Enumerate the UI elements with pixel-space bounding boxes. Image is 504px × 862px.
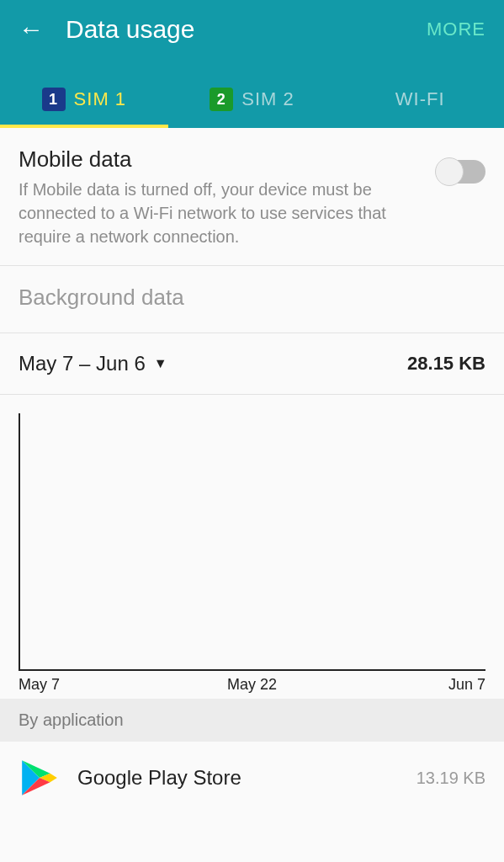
chart-x-label-start: May 7 <box>19 676 174 694</box>
play-store-icon <box>19 757 61 799</box>
tab-sim2[interactable]: 2 SIM 2 <box>168 79 337 128</box>
tab-sim2-label: SIM 2 <box>241 88 294 110</box>
period-range-label: May 7 – Jun 6 <box>19 352 146 375</box>
mobile-data-subtitle: If Mobile data is turned off, your devic… <box>19 178 423 248</box>
mobile-data-row[interactable]: Mobile data If Mobile data is turned off… <box>0 128 504 266</box>
chevron-down-icon: ▼ <box>154 356 167 371</box>
chart-x-label-end: Jun 7 <box>330 676 485 694</box>
background-data-title: Background data <box>19 285 485 311</box>
back-icon[interactable]: ← <box>19 17 44 42</box>
app-row-play-store[interactable]: Google Play Store 13.19 KB <box>0 742 504 814</box>
chart-x-label-mid: May 22 <box>174 676 330 694</box>
page-title: Data usage <box>66 15 427 44</box>
tab-wifi[interactable]: WI-FI <box>336 79 504 128</box>
tab-sim1-label: SIM 1 <box>74 88 126 110</box>
app-name: Google Play Store <box>77 766 400 790</box>
period-total: 28.15 KB <box>407 353 485 375</box>
tab-wifi-label: WI-FI <box>395 88 445 110</box>
chart-box <box>19 413 485 671</box>
app-usage: 13.19 KB <box>416 769 485 788</box>
tab-sim1[interactable]: 1 SIM 1 <box>0 79 168 128</box>
background-data-row: Background data <box>0 266 504 333</box>
period-selector[interactable]: May 7 – Jun 6 ▼ 28.15 KB <box>0 333 504 395</box>
usage-chart: May 7 May 22 Jun 7 <box>0 395 504 699</box>
tab-bar: 1 SIM 1 2 SIM 2 WI-FI <box>0 54 504 128</box>
more-button[interactable]: MORE <box>427 19 485 40</box>
sim2-badge-icon: 2 <box>210 88 233 111</box>
by-application-header: By application <box>0 699 504 742</box>
sim1-badge-icon: 1 <box>42 88 66 111</box>
mobile-data-toggle[interactable] <box>437 160 485 184</box>
mobile-data-title: Mobile data <box>19 146 423 173</box>
